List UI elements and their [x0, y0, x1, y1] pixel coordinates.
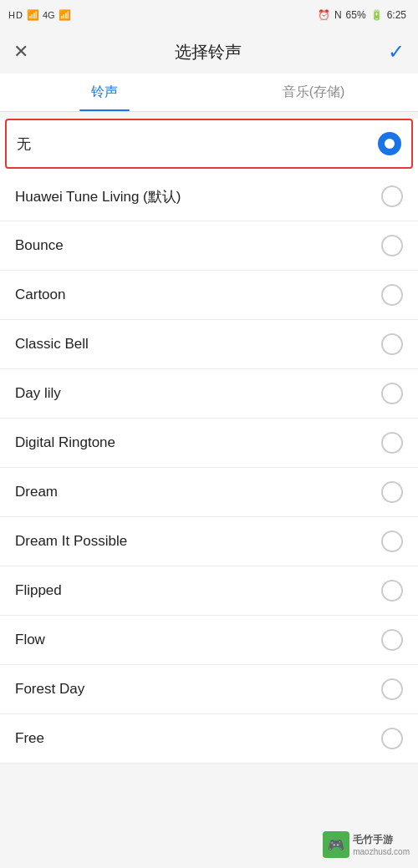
radio-button[interactable]	[381, 333, 403, 355]
ringtone-item-cartoon[interactable]: Cartoon	[0, 271, 418, 320]
tab-ringtone[interactable]: 铃声	[0, 74, 209, 111]
status-right: ⏰ N 65% 🔋 6:25	[318, 9, 406, 21]
network-icon: HD	[8, 10, 23, 20]
ringtone-item-flow[interactable]: Flow	[0, 616, 418, 665]
alarm-icon: ⏰	[318, 9, 330, 21]
clock: 6:25	[387, 9, 406, 21]
confirm-icon[interactable]: ✓	[388, 40, 405, 63]
battery-icon: 🔋	[370, 9, 383, 21]
status-left: HD 📶 4G 📶	[8, 9, 71, 21]
ringtone-label: Flipped	[15, 582, 62, 599]
radio-button[interactable]	[381, 284, 403, 306]
radio-button[interactable]	[381, 185, 403, 207]
radio-button[interactable]	[381, 580, 403, 602]
ringtone-item-dream[interactable]: Dream	[0, 468, 418, 517]
ringtone-label: Dream It Possible	[15, 533, 127, 550]
header: ✕ 选择铃声 ✓	[0, 30, 418, 74]
ringtone-label: Cartoon	[15, 287, 65, 303]
ringtone-label: Dream	[15, 484, 58, 500]
ringtone-label: Huawei Tune Living (默认)	[15, 187, 181, 206]
watermark-logo: 🎮	[323, 831, 349, 858]
signal-4g: 4G	[43, 10, 55, 20]
ringtone-label: 无	[17, 135, 31, 154]
ringtone-list: 无Huawei Tune Living (默认)BounceCartoonCla…	[0, 119, 418, 764]
radio-button[interactable]	[381, 235, 403, 256]
ringtone-label: Flow	[15, 632, 45, 648]
ringtone-item-free[interactable]: Free	[0, 714, 418, 764]
ringtone-label: Classic Bell	[15, 336, 89, 353]
ringtone-label: Forest Day	[15, 681, 84, 698]
ringtone-item-classic-bell[interactable]: Classic Bell	[0, 320, 418, 369]
tab-music[interactable]: 音乐(存储)	[209, 74, 418, 111]
watermark: 🎮 毛竹手游 maozhusd.com	[323, 831, 410, 858]
ringtone-item-huawei[interactable]: Huawei Tune Living (默认)	[0, 172, 418, 221]
ringtone-item-bounce[interactable]: Bounce	[0, 221, 418, 271]
close-icon[interactable]: ✕	[13, 41, 28, 63]
ringtone-label: Day lily	[15, 385, 61, 402]
ringtone-label: Digital Ringtone	[15, 434, 115, 451]
radio-button[interactable]	[381, 481, 403, 503]
radio-button[interactable]	[381, 629, 403, 651]
radio-button[interactable]	[378, 132, 401, 155]
radio-button[interactable]	[381, 530, 403, 552]
ringtone-item-flipped[interactable]: Flipped	[0, 566, 418, 616]
ringtone-item-day-lily[interactable]: Day lily	[0, 369, 418, 419]
ringtone-item-digital-ringtone[interactable]: Digital Ringtone	[0, 419, 418, 468]
tab-bar: 铃声音乐(存储)	[0, 74, 418, 112]
ringtone-label: Free	[15, 730, 44, 747]
radio-button[interactable]	[381, 728, 403, 749]
ringtone-item-forest-day[interactable]: Forest Day	[0, 665, 418, 714]
ringtone-label: Bounce	[15, 237, 64, 254]
wifi-icon: 📶	[59, 9, 71, 21]
page-title: 选择铃声	[175, 41, 242, 63]
battery-percent: 65%	[346, 9, 366, 21]
watermark-text: 毛竹手游 maozhusd.com	[353, 833, 410, 856]
signal-bars: 📶	[27, 9, 39, 21]
radio-button[interactable]	[381, 678, 403, 700]
nfc-icon: N	[334, 9, 342, 21]
ringtone-item-dream-it-possible[interactable]: Dream It Possible	[0, 517, 418, 566]
radio-button[interactable]	[381, 383, 403, 404]
ringtone-item-none[interactable]: 无	[5, 119, 413, 169]
radio-button[interactable]	[381, 432, 403, 454]
status-bar: HD 📶 4G 📶 ⏰ N 65% 🔋 6:25	[0, 0, 418, 30]
